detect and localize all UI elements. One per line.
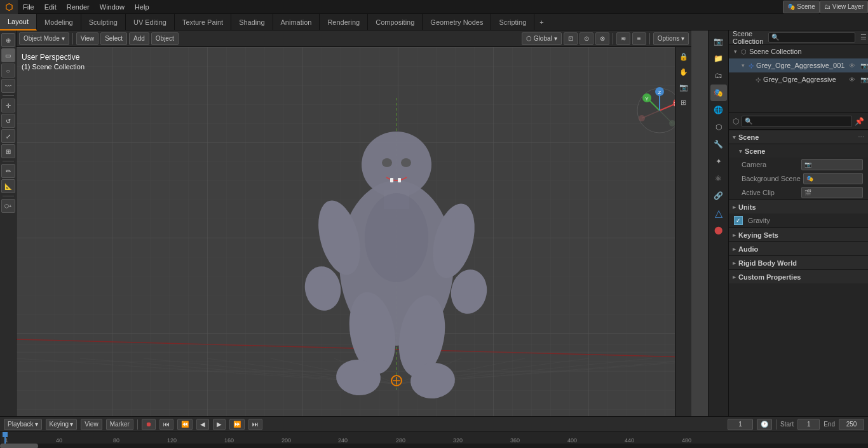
scale-tool[interactable]: ⤢ bbox=[1, 129, 15, 143]
props-back-btn[interactable]: ⬡ bbox=[733, 117, 739, 126]
modifier-props-btn[interactable]: 🔧 bbox=[710, 136, 727, 153]
active-clip-value[interactable]: 🎬 bbox=[801, 187, 863, 198]
cursor-tool[interactable]: ⊕ bbox=[1, 33, 15, 47]
tab-shading[interactable]: Shading bbox=[231, 14, 273, 31]
snap-align-btn[interactable]: ⊗ bbox=[595, 32, 609, 45]
record-btn[interactable]: ⏺ bbox=[142, 419, 156, 430]
add-cube-tool[interactable]: ⬡+ bbox=[1, 199, 15, 213]
scene-props-btn[interactable]: 🎭 bbox=[710, 85, 727, 101]
camera-value[interactable]: 📷 bbox=[801, 159, 863, 170]
outliner-search-input[interactable] bbox=[768, 32, 855, 43]
tab-sculpting[interactable]: Sculpting bbox=[81, 14, 126, 31]
tab-uv-editing[interactable]: UV Editing bbox=[126, 14, 175, 31]
keying-menu[interactable]: Keying ▾ bbox=[46, 419, 78, 430]
armature-render-icon[interactable]: 📷 bbox=[860, 62, 868, 69]
timeline-ruler[interactable]: 1 40 80 120 160 200 240 280 320 360 bbox=[0, 432, 868, 448]
armature-visibility-icon[interactable]: 👁 bbox=[849, 62, 855, 69]
tab-scripting[interactable]: Scripting bbox=[491, 14, 534, 31]
lasso-select-tool[interactable]: 〰 bbox=[1, 79, 15, 93]
start-frame-input[interactable] bbox=[797, 419, 820, 430]
mesh-render-icon[interactable]: 📷 bbox=[860, 76, 868, 83]
menu-help[interactable]: Help bbox=[130, 0, 154, 14]
menu-file[interactable]: File bbox=[18, 0, 39, 14]
step-forward-btn[interactable]: ⏩ bbox=[229, 419, 245, 430]
scene-section-header[interactable]: ▾ Scene ⋯ bbox=[729, 130, 868, 144]
constraints-props-btn[interactable]: 🔗 bbox=[710, 187, 727, 204]
tab-animation[interactable]: Animation bbox=[273, 14, 320, 31]
view-layer-selector[interactable]: 🗂 View Layer bbox=[820, 1, 868, 13]
tab-modeling[interactable]: Modeling bbox=[37, 14, 81, 31]
object-menu[interactable]: Object bbox=[151, 32, 179, 45]
tab-layout[interactable]: Layout bbox=[0, 14, 37, 31]
tab-rendering[interactable]: Rendering bbox=[320, 14, 368, 31]
keying-sets-section-header[interactable]: ▸ Keying Sets bbox=[729, 227, 868, 241]
play-back-btn[interactable]: ◀ bbox=[196, 419, 209, 430]
add-menu[interactable]: Add bbox=[129, 32, 149, 45]
view-layer-props-btn[interactable]: 🗂 bbox=[710, 67, 727, 84]
rotate-tool[interactable]: ↺ bbox=[1, 114, 15, 128]
physics-props-btn[interactable]: ⚛ bbox=[710, 170, 727, 187]
view-menu[interactable]: View bbox=[76, 32, 99, 45]
proportional-edit-btn[interactable]: ⊙ bbox=[580, 32, 593, 45]
props-pin-btn[interactable]: 📌 bbox=[855, 117, 864, 126]
custom-props-section-header[interactable]: ▸ Custom Properties bbox=[729, 269, 868, 283]
circle-select-tool[interactable]: ○ bbox=[1, 64, 15, 78]
add-workspace-btn[interactable]: + bbox=[534, 18, 548, 26]
jump-end-btn[interactable]: ⏭ bbox=[248, 419, 262, 430]
material-props-btn[interactable]: ⬤ bbox=[710, 222, 727, 238]
play-btn[interactable]: ▶ bbox=[213, 419, 226, 430]
transform-tool[interactable]: ⊞ bbox=[1, 144, 15, 158]
rigid-body-section-header[interactable]: ▸ Rigid Body World bbox=[729, 255, 868, 269]
menu-render[interactable]: Render bbox=[62, 0, 95, 14]
lock-to-object-btn[interactable]: 🔒 bbox=[677, 50, 691, 64]
select-tool[interactable]: ▭ bbox=[1, 48, 15, 62]
scene-subsection-header[interactable]: ▾ Scene bbox=[729, 144, 868, 158]
audio-section-header[interactable]: ▸ Audio bbox=[729, 241, 868, 255]
object-data-props-btn[interactable]: △ bbox=[710, 205, 727, 221]
object-props-btn[interactable]: ⬡ bbox=[710, 119, 727, 135]
frame-clock-btn[interactable]: 🕐 bbox=[757, 419, 772, 430]
scene-selector[interactable]: 🎭 Scene bbox=[783, 1, 819, 13]
view-menu-timeline[interactable]: View bbox=[81, 419, 102, 430]
mesh-visibility-icon[interactable]: 👁 bbox=[849, 76, 855, 83]
hand-btn[interactable]: ✋ bbox=[677, 65, 691, 79]
rigid-body-arrow: ▸ bbox=[733, 260, 736, 266]
end-frame-input[interactable] bbox=[839, 419, 864, 430]
particles-props-btn[interactable]: ✦ bbox=[710, 153, 727, 170]
props-search-input[interactable] bbox=[742, 116, 852, 127]
snap-btn[interactable]: ⊡ bbox=[564, 32, 578, 45]
grid-view-btn[interactable]: ⊞ bbox=[677, 95, 691, 109]
background-scene-value[interactable]: 🎭 bbox=[803, 173, 863, 184]
playback-menu[interactable]: Playback ▾ bbox=[4, 419, 42, 430]
mode-dropdown[interactable]: Object Mode ▾ bbox=[19, 32, 69, 45]
outliner-item-armature[interactable]: ▾ ⊹ Grey_Ogre_Aggressive_001 👁 📷 bbox=[729, 58, 868, 72]
scene-section-options[interactable]: ⋯ bbox=[858, 133, 864, 140]
outliner-item-scene-collection[interactable]: ▾ ⬡ Scene Collection bbox=[729, 44, 868, 58]
output-props-btn[interactable]: 📁 bbox=[710, 50, 727, 67]
world-props-btn[interactable]: 🌐 bbox=[710, 102, 727, 118]
measure-tool[interactable]: 📐 bbox=[1, 179, 15, 193]
move-tool[interactable]: ✛ bbox=[1, 98, 15, 112]
select-menu[interactable]: Select bbox=[100, 32, 127, 45]
step-back-btn[interactable]: ⏪ bbox=[177, 419, 193, 430]
filter-btn[interactable]: ≡ bbox=[632, 32, 646, 45]
menu-edit[interactable]: Edit bbox=[39, 0, 62, 14]
outliner-item-mesh[interactable]: ⊹ Grey_Ogre_Aggressive 👁 📷 bbox=[729, 72, 868, 86]
camera-view-btn[interactable]: 📷 bbox=[677, 80, 691, 94]
tab-compositing[interactable]: Compositing bbox=[368, 14, 423, 31]
tab-texture-paint[interactable]: Texture Paint bbox=[175, 14, 231, 31]
graph-btn[interactable]: ≋ bbox=[616, 32, 630, 45]
units-section-header[interactable]: ▸ Units bbox=[729, 200, 868, 214]
current-frame-input[interactable] bbox=[728, 419, 753, 430]
render-props-btn[interactable]: 📷 bbox=[710, 33, 727, 50]
transform-orientations[interactable]: ⬡ Global ▾ bbox=[522, 32, 562, 45]
annotate-tool[interactable]: ✏ bbox=[1, 164, 15, 178]
options-btn[interactable]: Options ▾ bbox=[653, 32, 689, 45]
tab-geometry-nodes[interactable]: Geometry Nodes bbox=[423, 14, 491, 31]
gravity-checkbox[interactable]: ✓ bbox=[734, 216, 743, 225]
jump-start-btn[interactable]: ⏮ bbox=[159, 419, 173, 430]
viewport-3d[interactable]: Object Mode ▾ View Select Add Object ⬡ G… bbox=[17, 31, 708, 416]
menu-window[interactable]: Window bbox=[95, 0, 130, 14]
outliner-filter-btn[interactable]: ☰ bbox=[860, 33, 867, 41]
marker-menu[interactable]: Marker bbox=[106, 419, 133, 430]
